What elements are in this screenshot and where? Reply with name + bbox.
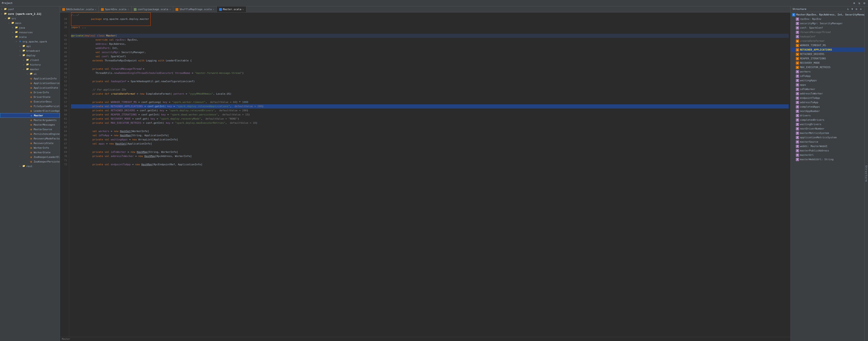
struct-item-masterpublicaddress[interactable]: f masterPublicAddress — [791, 148, 864, 153]
settings-icon[interactable]: ⚙ — [863, 1, 866, 5]
sort-icon[interactable]: ⇅ — [858, 1, 861, 5]
tree-item-history[interactable]: ▸ 📁 history — [0, 62, 60, 67]
tree-item-java[interactable]: ▾ 📁 java — [0, 25, 60, 30]
scala-file-icon: ◉ — [30, 86, 33, 89]
tab-close-configpackage[interactable]: ✕ — [169, 8, 171, 10]
struct-item-waitingdrivers[interactable]: f waitingDrivers — [791, 122, 864, 126]
tree-item-masterarguments[interactable]: ◉ MasterArguments — [0, 118, 60, 122]
sync-icon[interactable]: ⊕ — [852, 1, 856, 5]
struct-item-idtoapp[interactable]: f idToApp — [791, 74, 864, 78]
tree-item-driverinfo[interactable]: ◉ DriverInfo — [0, 90, 60, 95]
tree-item-zookeeperpersistence[interactable]: ◉ ZooKeeperPersistenceEn... — [0, 159, 60, 164]
struct-item-recovery-mode[interactable]: v RECOVERY_MODE — [791, 61, 864, 65]
tree-item-workerinfo[interactable]: ◉ WorkerInfo — [0, 145, 60, 150]
struct-item-conf[interactable]: f conf: SparkConf — [791, 26, 864, 30]
tree-item-mastersource[interactable]: ◉ MasterSource — [0, 127, 60, 132]
tab-close-dagscheduler[interactable]: ✕ — [95, 8, 96, 10]
code-line-54: // For application IDs — [71, 88, 789, 92]
structure-expand-icon[interactable]: ⊞ — [855, 7, 858, 11]
code-line-42: override val rpcEnv: RpcEnv, — [71, 38, 789, 42]
struct-item-retained-applications[interactable]: v RETAINED_APPLICATIONS — [791, 48, 864, 52]
tree-item-core[interactable]: ▾ 📁 core [spark-core_2.11] — [0, 11, 60, 16]
struct-item-forwardmessagethread[interactable]: f forwardMessageThread — [791, 30, 864, 34]
tree-item-master[interactable]: ◉ Master — [0, 113, 60, 118]
tab-configpackage[interactable]: config/package.scala ✕ — [131, 6, 173, 12]
tree-item-master-folder[interactable]: ▾ 📁 master — [0, 67, 60, 72]
tab-master[interactable]: Master.scala ✕ — [217, 6, 247, 12]
tree-item-leaderelection[interactable]: ◉ LeaderElectionAgent — [0, 109, 60, 113]
tab-close-master[interactable]: ✕ — [242, 8, 244, 10]
tree-item-ui[interactable]: ▸ 📁 ui — [0, 72, 60, 76]
struct-item-masterwebuiurl[interactable]: f masterWebUiUrl: String — [791, 157, 864, 162]
tree-item-rest[interactable]: ▸ 📁 rest — [0, 164, 60, 169]
tree-label: rest — [26, 165, 33, 168]
struct-item-idtoworker[interactable]: f idToWorker — [791, 87, 864, 91]
tab-close-shufflemapstage[interactable]: ✕ — [213, 8, 214, 10]
tree-item-resources[interactable]: ▾ 📁 resources — [0, 30, 60, 35]
tree-item-mastermessages[interactable]: ◉ MasterMessages — [0, 122, 60, 127]
tree-item-driverstate[interactable]: ◉ DriverState — [0, 95, 60, 99]
tree-item-scala[interactable]: ▾ 📁 scala — [0, 35, 60, 39]
tree-item-persistenceengine[interactable]: ◉ PersistenceEngine — [0, 132, 60, 136]
struct-item-nextappnumber[interactable]: f nextAppNumber — [791, 109, 864, 113]
tree-item-org-apache-spark[interactable]: ▾ ▣ org.apache.spark — [0, 39, 60, 44]
struct-item-apps[interactable]: f apps — [791, 83, 864, 87]
struct-item-rpcenv[interactable]: f rpcEnv: RpcEnv — [791, 17, 864, 21]
tree-item-executordesc[interactable]: ◉ ExecutorDesc — [0, 99, 60, 104]
struct-item-hadoopconf[interactable]: f hadoopConf — [791, 34, 864, 39]
struct-item-master-class[interactable]: C Master(RpcEnv, RpcAddress, Int, Securi… — [791, 12, 864, 17]
struct-label-mastermetrics: masterMetricsSystem — [800, 132, 829, 135]
struct-item-endpointtoapp[interactable]: f endpointToApp — [791, 96, 864, 100]
tree-item-recoverystate[interactable]: ◉ RecoveryState — [0, 141, 60, 145]
struct-icon-val4: v — [796, 53, 799, 56]
tree-item-broadcast[interactable]: ▸ 📁 broadcast — [0, 49, 60, 53]
tree-item-src[interactable]: ▾ 📁 src — [0, 16, 60, 21]
struct-item-addresstoapp[interactable]: f addressToApp — [791, 100, 864, 105]
struct-icon-mastermetrics: f — [796, 132, 799, 135]
tree-item-conf[interactable]: ▾ 📁 conf — [0, 7, 60, 11]
struct-icon-completedapps: f — [796, 105, 799, 109]
code-area[interactable]: /.../ package org.apache.spark.deploy.ma… — [69, 12, 790, 337]
struct-item-reaper-iterations[interactable]: v REAPER_ITERATIONS — [791, 56, 864, 61]
struct-label-rpcenv: rpcEnv: RpcEnv — [800, 18, 822, 21]
tree-item-client[interactable]: ▸ 📁 client — [0, 58, 60, 62]
tree-item-appstate[interactable]: ◉ ApplicationState — [0, 85, 60, 90]
struct-item-mastermetrics[interactable]: f masterMetricsSystem — [791, 131, 864, 135]
tab-shufflemapstage[interactable]: ShuffleMapStage.scala ✕ — [173, 6, 217, 12]
struct-item-mastersource[interactable]: f masterSource — [791, 140, 864, 144]
struct-item-drivers[interactable]: f drivers — [791, 113, 864, 118]
struct-item-max-executor-retries[interactable]: v MAX_EXECUTOR_RETRIES — [791, 65, 864, 69]
tree-label: main — [15, 22, 22, 25]
struct-item-waitingapps[interactable]: f waitingApps — [791, 78, 864, 83]
struct-item-worker-timeout[interactable]: v WORKER_TIMEOUT_MS — [791, 43, 864, 48]
struct-item-securitymgr[interactable]: f securityMgr: SecurityManager — [791, 21, 864, 26]
struct-item-webui[interactable]: f webUi: MasterWebUI — [791, 144, 864, 148]
code-line-67: val apps = new HashSet[ApplicationInfo] — [71, 142, 789, 146]
struct-item-completeddrivers[interactable]: f completedDrivers — [791, 118, 864, 122]
tree-item-api[interactable]: ▸ 📁 api — [0, 44, 60, 49]
structure-settings-icon[interactable]: ⚙ — [859, 7, 863, 11]
tree-item-deploy[interactable]: ▾ 📁 deploy — [0, 53, 60, 58]
tree-item-zookeeperleader[interactable]: ◉ ZooKeeperLeaderElectio... — [0, 155, 60, 159]
struct-item-nextdrivernumber[interactable]: f nextDriverNumber — [791, 126, 864, 131]
tree-item-filesystempersistence[interactable]: ◉ FileSystemPersistenceEn... — [0, 104, 60, 109]
structure-sort-icon[interactable]: ⇅ — [846, 7, 850, 11]
tree-item-main[interactable]: ▾ 📁 main — [0, 21, 60, 25]
tab-dagscheduler[interactable]: DAGScheduler.scala ✕ — [60, 6, 99, 12]
tab-close-sparkenv[interactable]: ✕ — [128, 8, 129, 10]
tab-sparkenv[interactable]: SparkEnv.scala ✕ — [99, 6, 131, 12]
tree-arrow: ▾ — [16, 40, 19, 43]
structure-filter-icon[interactable]: ▼ — [850, 7, 854, 11]
struct-item-addresstoworker[interactable]: f addressToWorker — [791, 91, 864, 96]
struct-item-completedapps[interactable]: f completedApps — [791, 105, 864, 109]
tree-item-workerstate[interactable]: ◉ WorkerState — [0, 150, 60, 155]
struct-item-appmetrics[interactable]: f applicationMetricsSystem — [791, 135, 864, 140]
struct-item-retained-drivers[interactable]: v RETAINED_DRIVERS — [791, 52, 864, 56]
struct-item-createdateformat[interactable]: m createDateFormat — [791, 39, 864, 43]
struct-item-masterurl[interactable]: f masterUrl — [791, 153, 864, 157]
tree-item-recoverymodefactory[interactable]: ◉ RecoveryModeFactory — [0, 136, 60, 141]
code-line-66: private val waitingApps = new ArrayList[… — [71, 138, 789, 142]
tree-item-appinfo[interactable]: ◉ ApplicationInfo — [0, 76, 60, 81]
struct-item-workers[interactable]: f workers — [791, 69, 864, 74]
tree-item-appsource[interactable]: ◉ ApplicationSource — [0, 81, 60, 85]
